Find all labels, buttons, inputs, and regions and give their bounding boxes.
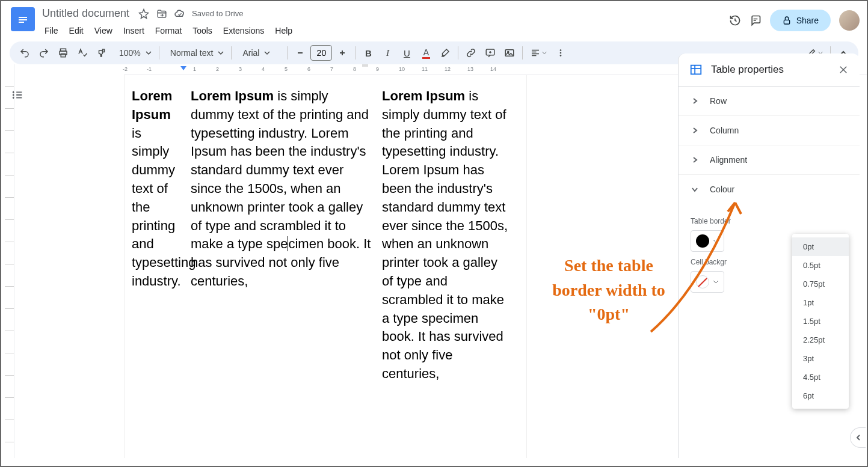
border-width-option-4-5pt[interactable]: 4.5pt	[792, 368, 849, 386]
menu-view[interactable]: View	[90, 23, 117, 38]
table-cell-3[interactable]: Lorem Ipsum is simply dummy text of the …	[382, 87, 508, 383]
cloud-icon[interactable]	[174, 8, 186, 20]
more-button[interactable]	[552, 44, 570, 62]
document-title[interactable]: Untitled document	[40, 6, 132, 21]
chevron-right-icon	[691, 126, 699, 135]
document-page[interactable]: Lorem Ipsum is simply dummy text of the …	[124, 75, 527, 458]
underline-button[interactable]: U	[398, 44, 416, 62]
tab-marker[interactable]	[362, 64, 368, 67]
menu-extensions[interactable]: Extensions	[218, 23, 269, 38]
share-label: Share	[796, 16, 819, 25]
share-button[interactable]: Share	[770, 10, 831, 31]
section-colour[interactable]: Colour	[679, 175, 860, 204]
bold-button[interactable]: B	[359, 44, 377, 62]
panel-title: Table properties	[711, 64, 830, 76]
table-cell-2[interactable]: Lorem Ipsum is simply dummy text of the …	[191, 87, 371, 383]
undo-button[interactable]	[16, 44, 34, 62]
highlight-button[interactable]	[436, 44, 454, 62]
border-width-option-0-75pt[interactable]: 0.75pt	[792, 275, 849, 293]
app-header: Untitled document Saved to Drive File Ed…	[1, 1, 867, 41]
image-button[interactable]	[500, 44, 519, 62]
svg-rect-16	[691, 66, 701, 75]
border-width-option-0-5pt[interactable]: 0.5pt	[792, 256, 849, 275]
border-width-option-6pt[interactable]: 6pt	[792, 386, 849, 405]
italic-button[interactable]: I	[378, 44, 396, 62]
link-button[interactable]	[462, 44, 480, 62]
font-dropdown[interactable]: Arial	[235, 48, 283, 58]
svg-rect-1	[19, 19, 27, 20]
menu-insert[interactable]: Insert	[119, 23, 149, 38]
table-properties-panel: Table properties Row Column Alignment Co…	[678, 53, 860, 458]
border-color-picker[interactable]	[691, 230, 724, 252]
docs-logo[interactable]	[11, 7, 35, 31]
decrease-font-button[interactable]	[291, 44, 309, 62]
comment-icon[interactable]	[749, 14, 762, 26]
background-color-picker[interactable]	[691, 271, 724, 293]
style-dropdown[interactable]: Normal text	[163, 48, 228, 58]
border-width-dropdown: 0pt 0.5pt 0.75pt 1pt 1.5pt 2.25pt 3pt 4.…	[792, 234, 849, 409]
chevron-right-icon	[691, 97, 699, 105]
svg-point-10	[560, 49, 562, 51]
add-comment-button[interactable]	[481, 44, 499, 62]
table: Lorem Ipsum is simply dummy text of the …	[125, 75, 526, 395]
section-label: Colour	[710, 185, 734, 194]
side-panel-toggle[interactable]	[850, 427, 866, 448]
print-button[interactable]	[54, 44, 72, 62]
menu-edit[interactable]: Edit	[64, 23, 88, 38]
indent-marker-icon[interactable]	[180, 66, 187, 73]
svg-rect-0	[19, 17, 27, 18]
svg-point-11	[560, 52, 562, 54]
save-status: Saved to Drive	[192, 9, 243, 18]
paint-format-button[interactable]	[93, 44, 111, 62]
avatar[interactable]	[839, 10, 860, 31]
color-swatch-none	[696, 275, 709, 288]
svg-point-12	[560, 55, 562, 56]
section-column[interactable]: Column	[679, 116, 860, 145]
zoom-dropdown[interactable]: 100%	[112, 48, 155, 58]
menu-file[interactable]: File	[40, 23, 63, 38]
svg-rect-3	[784, 20, 789, 24]
border-width-option-1-5pt[interactable]: 1.5pt	[792, 312, 849, 331]
menu-format[interactable]: Format	[150, 23, 186, 38]
border-width-option-1pt[interactable]: 1pt	[792, 293, 849, 312]
section-alignment[interactable]: Alignment	[679, 145, 860, 175]
increase-font-button[interactable]	[333, 44, 351, 62]
chevron-down-icon	[691, 185, 699, 194]
vertical-ruler	[5, 64, 14, 458]
font-value: Arial	[239, 48, 263, 58]
close-panel-button[interactable]	[838, 64, 849, 75]
history-icon[interactable]	[729, 14, 741, 26]
spellcheck-button[interactable]	[73, 44, 91, 62]
border-width-option-3pt[interactable]: 3pt	[792, 349, 849, 368]
menu-help[interactable]: Help	[270, 23, 297, 38]
align-dropdown[interactable]	[526, 47, 550, 58]
section-label: Column	[710, 126, 739, 135]
color-swatch-black	[696, 234, 709, 248]
border-width-option-2-25pt[interactable]: 2.25pt	[792, 331, 849, 349]
style-value: Normal text	[167, 48, 217, 58]
chevron-right-icon	[691, 156, 699, 164]
star-icon[interactable]	[138, 8, 150, 20]
menu-tools[interactable]: Tools	[188, 23, 217, 38]
section-row[interactable]: Row	[679, 87, 860, 116]
redo-button[interactable]	[35, 44, 53, 62]
menubar: File Edit View Insert Format Tools Exten…	[40, 21, 729, 41]
table-border-label: Table border	[691, 217, 848, 225]
section-label: Alignment	[710, 155, 747, 165]
table-icon	[689, 63, 703, 76]
table-cell-1[interactable]: Lorem Ipsum is simply dummy text of the …	[132, 87, 180, 383]
svg-rect-2	[19, 22, 24, 23]
move-icon[interactable]	[156, 8, 168, 20]
border-width-option-0pt[interactable]: 0pt	[792, 237, 849, 256]
font-size-input[interactable]: 20	[310, 45, 332, 61]
text-color-button[interactable]: A	[417, 44, 435, 62]
zoom-value: 100%	[115, 48, 144, 58]
section-label: Row	[710, 96, 727, 106]
